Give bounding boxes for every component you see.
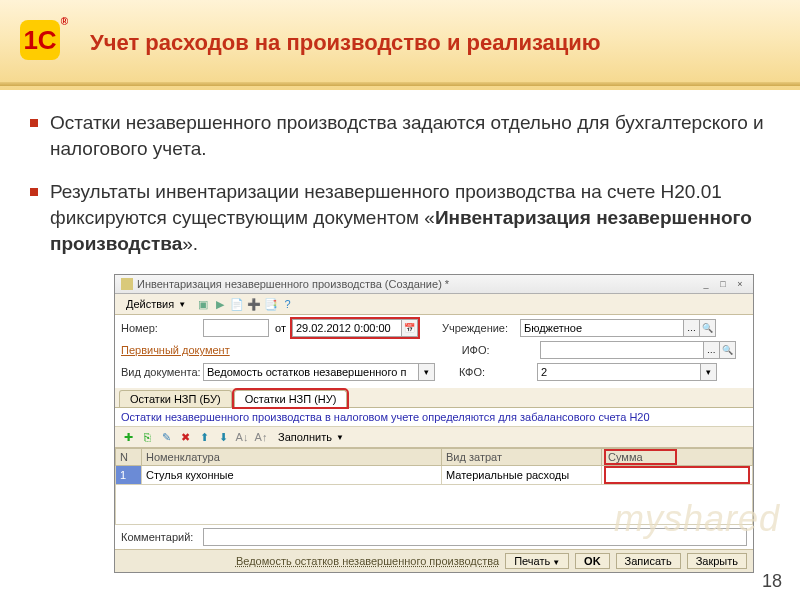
- sort-desc-icon[interactable]: A↑: [252, 429, 270, 445]
- col-sum-label: Сумма: [606, 451, 675, 463]
- ifo-label: ИФО:: [462, 344, 540, 356]
- col-nomen[interactable]: Номенклатура: [142, 449, 442, 466]
- bullet-1: Остатки незавершенного производства зада…: [30, 110, 770, 161]
- kfo-input[interactable]: [537, 363, 701, 381]
- ok-button[interactable]: OK: [575, 553, 610, 569]
- basis-icon[interactable]: 📄: [229, 297, 244, 312]
- comment-row: Комментарий:: [115, 525, 753, 549]
- col-sum[interactable]: Сумма: [602, 449, 753, 466]
- close-form-button[interactable]: Закрыть: [687, 553, 747, 569]
- print-label: Печать: [514, 555, 550, 567]
- print-menu[interactable]: Печать▼: [505, 553, 569, 569]
- kfo-label: КФО:: [459, 366, 537, 378]
- comment-label: Комментарий:: [121, 531, 203, 543]
- bullet-1-text: Остатки незавершенного производства зада…: [50, 110, 770, 161]
- chevron-down-icon: ▼: [178, 300, 186, 309]
- bottom-bar: Ведомость остатков незавершенного произв…: [115, 549, 753, 572]
- slide-content: Остатки незавершенного производства зада…: [0, 90, 800, 573]
- header-rule: [0, 82, 800, 86]
- primary-doc-section: Первичный документ: [121, 344, 230, 356]
- chevron-down-icon: ▼: [336, 433, 344, 442]
- doctype-label: Вид документа:: [121, 366, 203, 378]
- actions-menu[interactable]: Действия▼: [119, 296, 193, 312]
- doctype-dropdown[interactable]: ▾: [419, 363, 435, 381]
- actions-label: Действия: [126, 298, 174, 310]
- table-toolbar: ✚ ⎘ ✎ ✖ ⬆ ⬇ A↓ A↑ Заполнить▼: [115, 427, 753, 448]
- print-form-link[interactable]: Ведомость остатков незавершенного произв…: [236, 555, 499, 567]
- maximize-button[interactable]: □: [716, 279, 730, 289]
- cell-n[interactable]: 1: [116, 466, 142, 485]
- bullet-2-text: Результаты инвентаризации незавершенного…: [50, 179, 770, 256]
- kfo-dropdown[interactable]: ▾: [701, 363, 717, 381]
- post-icon[interactable]: ▶: [212, 297, 227, 312]
- fill-menu[interactable]: Заполнить▼: [271, 429, 351, 445]
- minimize-button[interactable]: _: [699, 279, 713, 289]
- move-down-icon[interactable]: ⬇: [214, 429, 232, 445]
- report-icon[interactable]: 📑: [263, 297, 278, 312]
- institution-label: Учреждение:: [442, 322, 520, 334]
- number-label: Номер:: [121, 322, 203, 334]
- tab-nu[interactable]: Остатки НЗП (НУ): [234, 390, 348, 407]
- ifo-select[interactable]: …: [704, 341, 720, 359]
- window-icon: [121, 278, 133, 290]
- ifo-input[interactable]: [540, 341, 704, 359]
- date-picker-btn[interactable]: 📅: [402, 319, 418, 337]
- doctype-input[interactable]: [203, 363, 419, 381]
- window-titlebar: Инвентаризация незавершенного производст…: [115, 275, 753, 294]
- fill-label: Заполнить: [278, 431, 332, 443]
- close-button[interactable]: ×: [733, 279, 747, 289]
- app-window: Инвентаризация незавершенного производст…: [114, 274, 754, 573]
- from-label: от: [275, 322, 286, 334]
- save-button[interactable]: Записать: [616, 553, 681, 569]
- grid: N Номенклатура Вид затрат Сумма 1 Стулья…: [115, 448, 753, 485]
- grid-blank: [115, 485, 753, 525]
- logo-1c: 1С: [18, 18, 62, 62]
- cell-sum[interactable]: [602, 466, 753, 485]
- col-cost-type[interactable]: Вид затрат: [442, 449, 602, 466]
- add-row-icon[interactable]: ✚: [119, 429, 137, 445]
- page-number: 18: [762, 571, 782, 592]
- institution-input[interactable]: [520, 319, 684, 337]
- slide-title: Учет расходов на производство и реализац…: [90, 30, 601, 56]
- actions-bar: Действия▼ ▣ ▶ 📄 ➕ 📑 ?: [115, 294, 753, 315]
- copy-icon[interactable]: ➕: [246, 297, 261, 312]
- bullet-2-post: ».: [182, 233, 198, 254]
- tab-bu[interactable]: Остатки НЗП (БУ): [119, 390, 232, 407]
- logo-text: 1С: [20, 20, 60, 60]
- number-input[interactable]: [203, 319, 269, 337]
- cell-sum-highlight: [606, 468, 748, 482]
- copy-row-icon[interactable]: ⎘: [138, 429, 156, 445]
- window-title-text: Инвентаризация незавершенного производст…: [137, 278, 696, 290]
- delete-row-icon[interactable]: ✖: [176, 429, 194, 445]
- bullet-icon: [30, 119, 38, 127]
- date-highlight: 📅: [292, 319, 418, 337]
- cell-cost-type[interactable]: Материальные расходы: [442, 466, 602, 485]
- ifo-search[interactable]: 🔍: [720, 341, 736, 359]
- col-n[interactable]: N: [116, 449, 142, 466]
- institution-select[interactable]: …: [684, 319, 700, 337]
- institution-search[interactable]: 🔍: [700, 319, 716, 337]
- bullet-icon: [30, 188, 38, 196]
- chevron-down-icon: ▼: [552, 558, 560, 567]
- slide-header: 1С Учет расходов на производство и реали…: [0, 0, 800, 90]
- save-icon[interactable]: ▣: [195, 297, 210, 312]
- form-area: Номер: от 📅 Учреждение: … 🔍 Первичный до…: [115, 315, 753, 388]
- hint-bar: Остатки незавершенного производства в на…: [115, 408, 753, 427]
- date-input[interactable]: [292, 319, 402, 337]
- edit-row-icon[interactable]: ✎: [157, 429, 175, 445]
- move-up-icon[interactable]: ⬆: [195, 429, 213, 445]
- tabbar: Остатки НЗП (БУ) Остатки НЗП (НУ): [115, 388, 753, 408]
- bullet-2: Результаты инвентаризации незавершенного…: [30, 179, 770, 256]
- cell-nomen[interactable]: Стулья кухонные: [142, 466, 442, 485]
- table-row[interactable]: 1 Стулья кухонные Материальные расходы: [116, 466, 753, 485]
- sort-asc-icon[interactable]: A↓: [233, 429, 251, 445]
- help-icon[interactable]: ?: [280, 297, 295, 312]
- comment-input[interactable]: [203, 528, 747, 546]
